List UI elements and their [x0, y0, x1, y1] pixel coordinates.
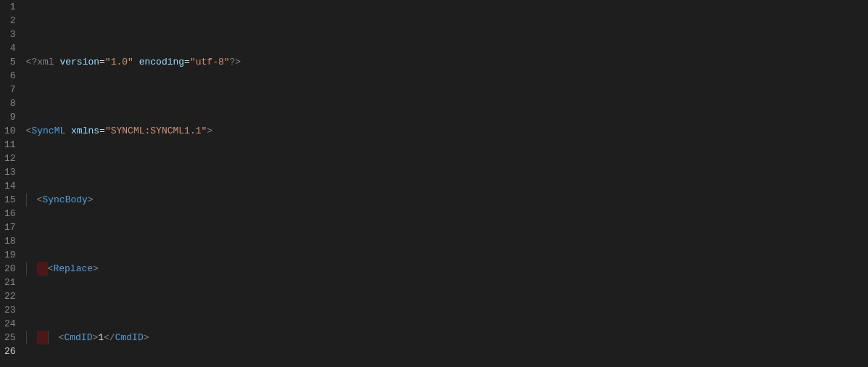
line-number: 4 — [4, 41, 16, 55]
line-number: 13 — [4, 165, 16, 179]
line-number: 18 — [4, 234, 16, 248]
line-number: 23 — [4, 303, 16, 317]
line-number: 8 — [4, 96, 16, 110]
line-number: 16 — [4, 207, 16, 220]
line-number: 10 — [4, 124, 16, 138]
line-number: 9 — [4, 110, 16, 124]
code-area[interactable]: <?xml version="1.0" encoding="utf-8"?> <… — [26, 0, 868, 367]
code-line[interactable]: <SyncBody> — [26, 193, 868, 207]
xml-pi: <?xml — [26, 55, 54, 69]
line-number: 26 — [4, 345, 16, 358]
code-line[interactable]: <SyncML xmlns="SYNCML:SYNCML1.1"> — [26, 124, 868, 138]
code-editor[interactable]: 1 2 3 4 5 6 7 8 9 10 11 12 13 14 15 16 1… — [0, 0, 868, 367]
code-line[interactable]: <Replace> — [26, 262, 868, 276]
code-line[interactable]: <CmdID>1</CmdID> — [26, 331, 868, 345]
line-number: 3 — [4, 28, 16, 41]
line-number: 21 — [4, 276, 16, 289]
line-number: 25 — [4, 331, 16, 345]
line-number: 2 — [4, 14, 16, 28]
line-number: 22 — [4, 289, 16, 303]
line-number: 1 — [4, 0, 16, 14]
line-number: 19 — [4, 248, 16, 262]
line-number: 24 — [4, 317, 16, 331]
code-line[interactable]: <?xml version="1.0" encoding="utf-8"?> — [26, 55, 868, 69]
line-number-gutter: 1 2 3 4 5 6 7 8 9 10 11 12 13 14 15 16 1… — [0, 0, 26, 367]
line-number: 12 — [4, 152, 16, 165]
line-number: 15 — [4, 193, 16, 207]
line-number: 11 — [4, 138, 16, 152]
line-number: 17 — [4, 220, 16, 234]
line-number: 20 — [4, 262, 16, 276]
line-number: 5 — [4, 55, 16, 69]
line-number: 14 — [4, 179, 16, 193]
line-number: 7 — [4, 83, 16, 96]
line-number: 6 — [4, 69, 16, 83]
